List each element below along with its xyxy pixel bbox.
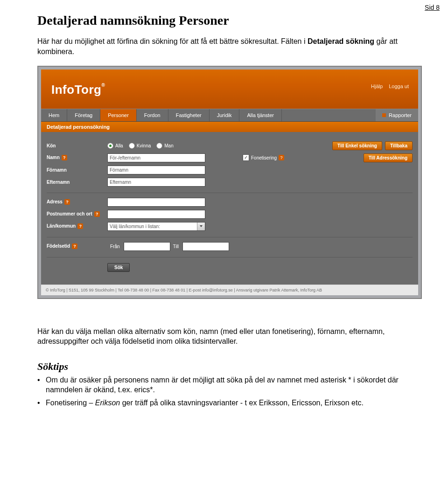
panel-title: Detaljerad personsökning bbox=[41, 122, 418, 132]
logout-link[interactable]: Logga ut bbox=[389, 83, 409, 89]
nav-fastigheter[interactable]: Fastigheter bbox=[168, 109, 210, 121]
radio-man[interactable]: Man bbox=[156, 143, 173, 149]
after-image-paragraph: Här kan du välja mellan olika alternativ… bbox=[37, 327, 420, 347]
intro-text-before: Här har du möjlighet att förfina din sök… bbox=[37, 37, 308, 45]
bullet-icon: • bbox=[37, 375, 46, 395]
fran-input[interactable] bbox=[124, 242, 170, 251]
help-icon[interactable]: ? bbox=[94, 211, 100, 217]
till-enkel-button[interactable]: Till Enkel sökning bbox=[332, 141, 382, 150]
fonetisering-checkbox[interactable] bbox=[243, 154, 249, 161]
label-postnummer: Postnummer och ort? bbox=[47, 211, 107, 217]
radio-man-label: Man bbox=[164, 143, 173, 148]
fornamn-input[interactable]: Förnamn bbox=[107, 166, 205, 174]
namn-input[interactable]: För-/efternamn bbox=[107, 153, 205, 162]
help-icon[interactable]: ? bbox=[62, 155, 67, 160]
radio-alla-label: Alla bbox=[115, 143, 123, 148]
radio-kvinna[interactable]: Kvinna bbox=[129, 143, 151, 149]
bullet-icon: • bbox=[37, 398, 46, 408]
nav-foretag[interactable]: Företag bbox=[67, 109, 100, 121]
help-icon[interactable]: ? bbox=[77, 223, 83, 229]
help-link[interactable]: Hjälp bbox=[371, 83, 383, 89]
chevron-down-icon bbox=[197, 222, 205, 230]
label-adress: Adress? bbox=[47, 199, 107, 205]
nav-juridik[interactable]: Juridik bbox=[210, 109, 240, 121]
nav-hem[interactable]: Hem bbox=[41, 109, 67, 121]
bullet-2-italic: Erikson bbox=[95, 399, 120, 407]
label-fornamn: Förnamn bbox=[47, 167, 107, 173]
lan-select-value: Välj län/kommun i listan: bbox=[110, 224, 160, 229]
bullet-1: Om du är osäker på personens namn är det… bbox=[46, 375, 420, 395]
radio-kvinna-label: Kvinna bbox=[137, 143, 151, 148]
help-icon[interactable]: ? bbox=[279, 155, 284, 160]
till-adress-button[interactable]: Till Adressökning bbox=[364, 153, 413, 162]
app-banner: InfoTorg® Hjälp Logga ut bbox=[41, 69, 418, 109]
label-namn: Namn? bbox=[47, 155, 107, 160]
app-screenshot: InfoTorg® Hjälp Logga ut Hem Företag Per… bbox=[37, 66, 422, 299]
soktips-list: • Om du är osäker på personens namn är d… bbox=[37, 375, 420, 408]
label-efternamn: Efternamn bbox=[47, 180, 107, 185]
search-form: Kön Alla Kvinna Man Till Enkel sökning T… bbox=[41, 132, 418, 285]
bullet-2-after: ger träff på olika stavningsvarianter - … bbox=[120, 399, 364, 407]
bullet-2: Fonetisering – Erikson ger träff på olik… bbox=[46, 398, 420, 408]
label-fran: Från bbox=[110, 244, 120, 249]
label-fodelsetid: Födelsetid? bbox=[47, 243, 107, 249]
help-icon[interactable]: ? bbox=[64, 199, 70, 205]
lan-select[interactable]: Välj län/kommun i listan: bbox=[107, 222, 205, 231]
nav-rapporter[interactable]: Rapporter bbox=[376, 109, 418, 121]
bullet-2-before: Fonetisering – bbox=[46, 399, 95, 407]
help-icon[interactable]: ? bbox=[72, 243, 77, 249]
sok-button[interactable]: Sök bbox=[107, 263, 130, 272]
postnummer-input[interactable] bbox=[107, 210, 205, 219]
intro-text-bold: Detaljerad sökning bbox=[308, 37, 374, 45]
label-lan: Län/kommun? bbox=[47, 223, 107, 229]
logo-text: InfoTorg bbox=[51, 83, 101, 97]
top-links: Hjälp Logga ut bbox=[366, 83, 409, 89]
logo: InfoTorg® bbox=[51, 83, 105, 97]
nav-personer[interactable]: Personer bbox=[100, 109, 137, 121]
nav-fordon[interactable]: Fordon bbox=[137, 109, 168, 121]
efternamn-input[interactable]: Efternamn bbox=[107, 178, 205, 187]
soktips-heading: Söktips bbox=[37, 361, 420, 373]
app-footer: © InfoTorg | S151, 105 99 Stockholm | Te… bbox=[41, 285, 418, 295]
intro-paragraph: Här har du möjlighet att förfina din sök… bbox=[37, 36, 420, 56]
page-title: Detaljerad namnsökning Personer bbox=[37, 13, 420, 28]
adress-input[interactable] bbox=[107, 198, 205, 207]
label-till: Till bbox=[173, 244, 179, 249]
radio-alla[interactable]: Alla bbox=[107, 143, 123, 149]
till-input[interactable] bbox=[182, 242, 229, 251]
nav-alla-tjanster[interactable]: Alla tjänster bbox=[239, 109, 281, 121]
label-kon: Kön bbox=[47, 143, 107, 148]
tillbaka-button[interactable]: Tillbaka bbox=[385, 141, 413, 150]
main-nav: Hem Företag Personer Fordon Fastigheter … bbox=[41, 109, 418, 122]
page-number: Sid 8 bbox=[425, 4, 440, 11]
fonetisering-label: Fonetisering bbox=[251, 155, 277, 160]
